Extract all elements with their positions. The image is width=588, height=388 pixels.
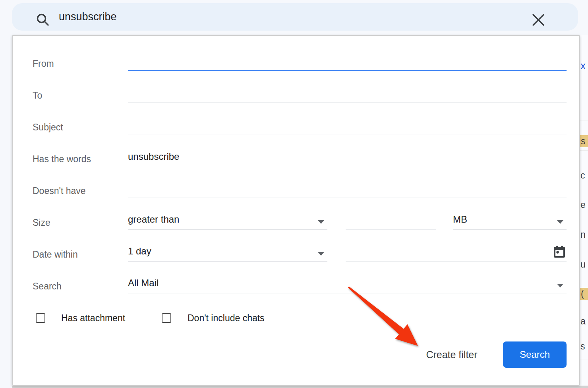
row-divider (579, 150, 588, 151)
from-label: From (33, 57, 124, 70)
subject-input[interactable] (128, 116, 567, 134)
has-attachment-checkbox[interactable] (36, 313, 45, 323)
page-bottom-edge (12, 386, 588, 388)
size-operator-dropdown[interactable]: greater than (128, 211, 327, 230)
has-words-field[interactable] (128, 148, 567, 166)
search-scope-label: Search (33, 279, 124, 293)
size-amount-field[interactable] (346, 211, 436, 230)
date-range-value: 1 day (128, 246, 151, 256)
search-filter-panel: From To Subject Has the words Doesn't ha… (12, 35, 580, 386)
search-scope-value: All Mail (128, 277, 159, 288)
calendar-icon[interactable] (552, 244, 567, 259)
date-within-label: Date within (33, 248, 124, 261)
to-input[interactable] (128, 84, 567, 102)
search-icon (36, 13, 50, 27)
search-button[interactable]: Search (503, 341, 567, 368)
search-input[interactable] (59, 3, 456, 31)
date-field[interactable] (346, 243, 567, 262)
exclude-chats-label: Don't include chats (188, 312, 265, 324)
gmail-search-filter-screen: x s c e n u ( a s From (0, 0, 588, 388)
size-amount-input[interactable] (346, 211, 436, 229)
background-text-fragment: n (580, 229, 588, 241)
date-range-dropdown[interactable]: 1 day (128, 243, 327, 262)
background-email-list-sliver: x s c e n u ( a s (579, 35, 588, 388)
to-label: To (33, 89, 124, 102)
chevron-down-icon (318, 252, 324, 256)
to-field[interactable] (128, 84, 567, 103)
size-label: Size (33, 216, 124, 229)
search-scope-dropdown[interactable]: All Mail (128, 275, 567, 293)
background-text-fragment: u (580, 258, 588, 270)
subject-label: Subject (33, 120, 124, 134)
exclude-chats-checkbox[interactable] (162, 313, 171, 323)
chevron-down-icon (557, 220, 563, 224)
date-input[interactable] (346, 243, 544, 261)
background-text-fragment: s (580, 340, 588, 352)
from-field[interactable] (128, 52, 567, 71)
has-words-label: Has the words (33, 152, 124, 166)
from-input[interactable] (128, 52, 567, 70)
row-divider (579, 120, 588, 120)
has-attachment-label: Has attachment (61, 312, 125, 324)
doesnt-have-label: Doesn't have (33, 184, 124, 198)
subject-field[interactable] (128, 116, 567, 134)
chevron-down-icon (557, 284, 563, 287)
size-unit-dropdown[interactable]: MB (453, 211, 567, 230)
close-icon[interactable] (530, 12, 546, 28)
size-operator-value: greater than (128, 214, 179, 225)
size-unit-value: MB (453, 214, 467, 225)
background-text-fragment: c (580, 169, 588, 181)
background-text-fragment: ( (579, 288, 588, 300)
doesnt-have-field[interactable] (128, 180, 567, 198)
background-text-fragment: a (580, 315, 588, 327)
create-filter-button[interactable]: Create filter (416, 347, 487, 362)
row-divider (579, 359, 588, 359)
background-text-fragment: e (580, 199, 588, 211)
search-bar[interactable] (12, 3, 578, 31)
background-text-fragment: x (580, 60, 588, 72)
has-words-input[interactable] (128, 148, 567, 165)
background-text-fragment: s (579, 135, 588, 147)
doesnt-have-input[interactable] (128, 180, 567, 197)
chevron-down-icon (318, 220, 324, 224)
